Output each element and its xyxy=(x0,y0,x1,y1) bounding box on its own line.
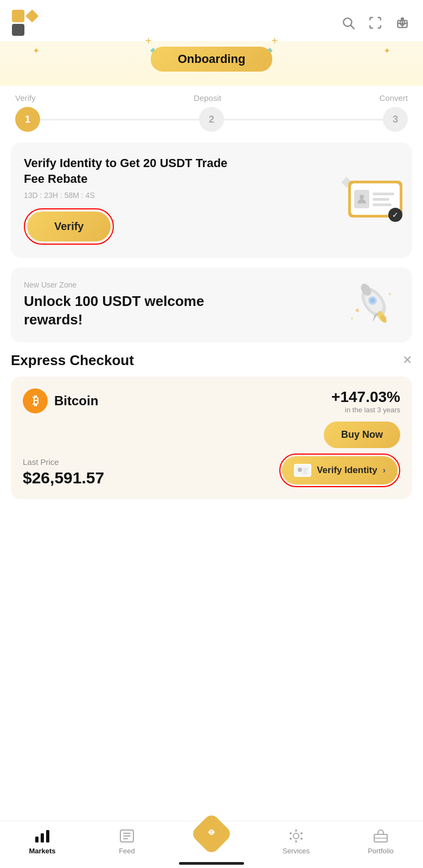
svg-rect-24 xyxy=(46,830,49,843)
gift-icon[interactable] xyxy=(394,14,411,31)
scan-icon[interactable] xyxy=(367,14,384,31)
id-check-mark: ✓ xyxy=(388,208,402,222)
svg-rect-19 xyxy=(303,468,308,470)
svg-point-32 xyxy=(290,832,292,834)
id-line-3 xyxy=(373,203,392,206)
nav-label-services: Services xyxy=(283,847,310,855)
express-checkout-close[interactable]: ✕ xyxy=(402,353,412,367)
services-icon xyxy=(288,828,304,844)
step-circle-3: 3 xyxy=(383,107,408,132)
svg-rect-20 xyxy=(303,470,307,471)
app-header xyxy=(0,0,423,41)
svg-point-31 xyxy=(295,840,297,843)
step-line-2 xyxy=(224,119,383,120)
express-checkout-header: Express Checkout ✕ xyxy=(11,352,412,369)
id-line-1 xyxy=(373,193,394,195)
svg-point-34 xyxy=(290,838,292,840)
svg-rect-17 xyxy=(295,465,310,476)
buy-now-button[interactable]: Buy Now xyxy=(324,422,400,448)
step-label-deposit: Deposit xyxy=(194,93,221,103)
step-line-1 xyxy=(40,119,199,120)
onboarding-title: Onboarding xyxy=(151,47,273,72)
price-section: Last Price $26,591.57 xyxy=(23,457,104,487)
step-circle-2: 2 xyxy=(199,107,224,132)
id-line-2 xyxy=(373,198,389,201)
nav-item-markets[interactable]: Markets xyxy=(0,828,85,855)
nav-item-trade[interactable] xyxy=(169,826,254,852)
verify-id-icon xyxy=(294,464,311,477)
step-circle-1: 1 xyxy=(15,107,40,132)
chevron-right-icon: › xyxy=(383,465,386,475)
verify-button[interactable]: Verify xyxy=(27,212,111,241)
checkout-card: ₿ Bitcoin +147.03% in the last 3 years L… xyxy=(11,376,412,499)
svg-point-35 xyxy=(300,838,303,840)
svg-point-15 xyxy=(351,317,353,320)
nav-label-feed: Feed xyxy=(119,847,135,855)
logo-sq-1 xyxy=(12,10,24,22)
id-photo-placeholder xyxy=(354,190,369,208)
svg-rect-23 xyxy=(41,833,44,843)
last-price-label: Last Price xyxy=(23,457,104,467)
percent-value: +147.03% xyxy=(331,388,400,406)
svg-point-11 xyxy=(370,298,375,303)
checkout-top: ₿ Bitcoin +147.03% in the last 3 years xyxy=(23,388,400,414)
feed-icon xyxy=(119,828,135,844)
steps-labels: Verify Deposit Convert xyxy=(15,93,408,103)
percent-change: +147.03% in the last 3 years xyxy=(331,388,400,414)
logo-sq-3 xyxy=(12,24,24,36)
bottom-nav: Markets Feed xyxy=(0,821,423,868)
new-user-zone-card: New User Zone Unlock 100 USDT welcome re… xyxy=(11,267,412,342)
onboarding-label-container: Onboarding xyxy=(0,47,423,72)
portfolio-icon xyxy=(373,828,389,844)
id-card-illustration: ✓ xyxy=(343,178,402,222)
home-indicator xyxy=(179,862,244,865)
svg-rect-22 xyxy=(35,837,39,843)
svg-point-16 xyxy=(389,293,391,295)
svg-point-30 xyxy=(295,829,297,832)
markets-icon xyxy=(34,828,50,844)
action-buttons: Buy Now xyxy=(279,422,400,487)
last-price-value: $26,591.57 xyxy=(23,469,104,487)
steps-container: Verify Deposit Convert 1 2 3 xyxy=(0,86,423,132)
percent-label: in the last 3 years xyxy=(331,406,400,414)
svg-point-6 xyxy=(360,195,364,199)
header-icons xyxy=(339,14,411,31)
verify-identity-card: Verify Identity to Get 20 USDT Trade Fee… xyxy=(11,143,412,258)
rocket-illustration xyxy=(338,275,403,335)
coin-name: Bitcoin xyxy=(54,393,98,409)
verify-card-title: Verify Identity to Get 20 USDT Trade Fee… xyxy=(24,156,249,187)
logo-diamond xyxy=(25,9,39,22)
verify-button-wrapper: Verify xyxy=(24,208,114,245)
logo-sq-4 xyxy=(26,24,39,36)
onboarding-banner: ✦ ◆ ◆ ✦ Onboarding xyxy=(0,41,423,86)
nav-item-services[interactable]: Services xyxy=(254,828,338,855)
id-card-visual: ✓ xyxy=(343,178,402,222)
trade-diamond-icon xyxy=(190,812,233,855)
cards-area: Verify Identity to Get 20 USDT Trade Fee… xyxy=(0,132,423,342)
id-lines xyxy=(373,193,396,206)
nav-item-portfolio[interactable]: Portfolio xyxy=(338,828,423,855)
svg-rect-21 xyxy=(303,473,307,474)
express-checkout-section: Express Checkout ✕ ₿ Bitcoin +147.03% in… xyxy=(0,352,423,510)
new-user-title: Unlock 100 USDT welcome rewards! xyxy=(24,292,241,329)
coin-info: ₿ Bitcoin xyxy=(23,388,98,413)
svg-line-1 xyxy=(351,25,354,29)
bitcoin-icon: ₿ xyxy=(23,388,48,413)
checkout-bottom: Last Price $26,591.57 Buy Now xyxy=(23,422,400,487)
nav-label-markets: Markets xyxy=(29,847,55,855)
logo-squares xyxy=(12,10,38,36)
svg-point-18 xyxy=(298,468,302,472)
main-content: ✦ ◆ ◆ ✦ Onboarding Verify Deposit Conver… xyxy=(0,0,423,575)
nav-label-portfolio: Portfolio xyxy=(368,847,394,855)
trade-icon-inner xyxy=(205,826,218,842)
search-icon[interactable] xyxy=(339,14,357,31)
verify-identity-label: Verify Identity xyxy=(317,465,377,476)
app-logo xyxy=(12,10,38,36)
steps-track: 1 2 3 xyxy=(15,107,408,132)
verify-identity-button[interactable]: Verify Identity › xyxy=(282,456,398,484)
step-label-verify: Verify xyxy=(15,93,36,103)
nav-item-feed[interactable]: Feed xyxy=(85,828,169,855)
express-checkout-title: Express Checkout xyxy=(11,352,134,369)
svg-point-29 xyxy=(293,833,299,839)
verify-identity-wrapper: Verify Identity › xyxy=(279,454,400,487)
